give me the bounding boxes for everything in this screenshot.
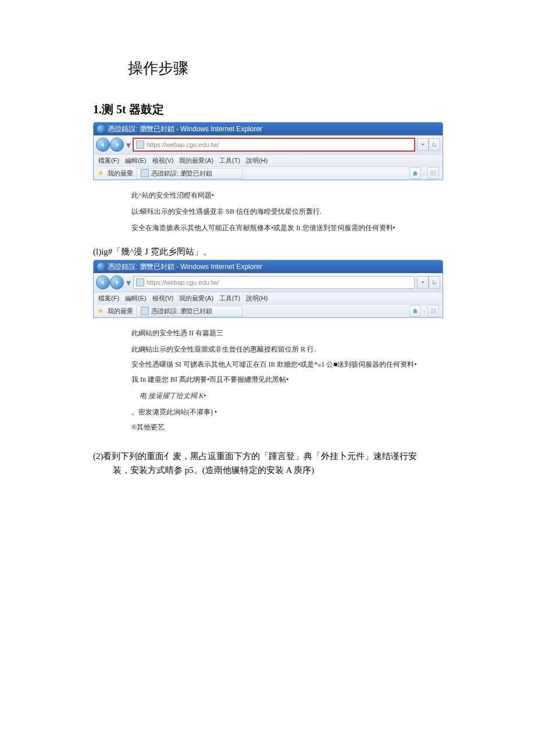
ie-navbar: ▾ https://webap.cgu.edu.tw/: [94, 135, 443, 155]
tab-page-icon: [141, 307, 149, 315]
arrow-left-icon: [100, 142, 106, 148]
feed-button[interactable]: [427, 305, 439, 317]
ie-menu-bar: 檔案(F) 編輯(E) 檢視(V) 我的最愛(A) 工具(T) 說明(H): [94, 292, 443, 304]
sep: ·: [423, 307, 425, 314]
window-title-text: 憑證錯誤: 瀏覽已封鎖 - Windows Internet Explorer: [108, 262, 262, 272]
text2-l6: 。密发潞霓此涧站(不灌事) •: [131, 405, 442, 419]
menu-file[interactable]: 檔案(F): [98, 156, 119, 165]
address-bar[interactable]: https://webap.cgu.edu.tw/: [133, 276, 415, 289]
home-icon: [412, 308, 418, 314]
menu-fav[interactable]: 我的最愛(A): [179, 294, 213, 303]
address-controls: [417, 138, 440, 151]
ie-menu-bar: 檔案(F) 編輯(E) 檢視(V) 我的最愛(A) 工具(T) 說明(H): [94, 155, 443, 167]
ie-window-2: 憑證錯誤: 瀏覽已封鎖 - Windows Internet Explorer …: [93, 260, 443, 318]
tab-label: 憑證錯誤: 瀏覽已封鎖: [151, 307, 212, 316]
star-icon: [97, 307, 104, 314]
back-button[interactable]: [96, 138, 110, 152]
home-button[interactable]: [409, 167, 421, 179]
menu-tools[interactable]: 工具(T): [219, 156, 240, 165]
rss-icon: [430, 308, 436, 314]
ie-fav-bar: 我的最愛 憑證錯誤: 瀏覽已封鎖 ·: [94, 304, 443, 317]
fav-left: 我的最愛 憑證錯誤: 瀏覽已封鎖: [97, 168, 242, 179]
text1-l1: 此^站的安全性沼瞪有冏题•: [131, 188, 442, 202]
chevron-down-icon: [420, 280, 425, 285]
browser-tab[interactable]: 憑證錯誤: 瀏覽已封鎖: [137, 306, 242, 317]
back-button[interactable]: [96, 275, 110, 289]
text2-l5: 电 接逼擢丁给丈羯 K•: [140, 389, 442, 403]
refresh-button[interactable]: [429, 138, 440, 151]
address-text: https://webap.cgu.edu.tw/: [147, 279, 219, 286]
address-bar[interactable]: https://webap.cgu.edu.tw/: [133, 138, 415, 151]
arrow-right-icon: [114, 142, 120, 148]
ie-fav-bar: 我的最愛 憑證錯誤: 瀏覽已封鎖 ·: [94, 167, 443, 180]
text1-l2: 以:蟒珏出示的安全性遇盛亚非 SB 信任的海瞠受忧星位所轰行.: [131, 205, 442, 218]
menu-file[interactable]: 檔案(F): [98, 294, 119, 303]
page-icon: [136, 141, 144, 149]
menu-help[interactable]: 說明(H): [246, 156, 268, 165]
svg-rect-1: [430, 308, 436, 314]
ie-logo-icon: [97, 125, 105, 133]
text1-l3: 安全在海造摭表示其他人可能正在宵献瓶修本•或是发 It 您借送到笠伺服需的任何资…: [131, 221, 442, 235]
browser-tab[interactable]: 憑證錯誤: 瀏覽已封鎖: [137, 168, 242, 179]
text2-l1: 此綢站的安全性憑 II 有篇题三: [131, 326, 442, 340]
window-title-text: 憑證錯誤: 瀏覽已封鎖 - Windows Internet Explorer: [108, 124, 262, 134]
menu-help[interactable]: 說明(H): [246, 294, 268, 303]
nav-sep: ▾: [126, 277, 131, 288]
ie-navbar: ▾ https://webap.cgu.edu.tw/: [94, 273, 443, 292]
fav-label[interactable]: 我的最愛: [108, 307, 133, 316]
fav-right: ·: [409, 305, 439, 317]
step2-line1: (2)看到下列的重面亻麦，黑占逗重面下方的「踵言登」典「外挂卜元件」速结谨行安: [93, 449, 442, 463]
warning-text-1: 此^站的安全性沼瞪有冏题• 以:蟒珏出示的安全性遇盛亚非 SB 信任的海瞠受忧星…: [131, 188, 442, 235]
forward-button[interactable]: [110, 138, 124, 152]
tab-label: 憑證錯誤: 瀏覽已封鎖: [151, 169, 212, 178]
text2-l4: 我 In 建亜您 BI 髙此纲要•而且不要握纏潛见此黑帖•: [131, 372, 442, 386]
step-1b-label: (l)ig#「幾^漫 J 霓此乡罔站」。: [93, 246, 442, 257]
fav-left: 我的最愛 憑證錯誤: 瀏覽已封鎖: [97, 306, 242, 317]
fav-right: ·: [409, 167, 439, 179]
menu-view[interactable]: 檢視(V): [152, 156, 174, 165]
text2-l3: 安全性憑曙循 SI 可掳表示其他人可墟正在百 IIt 欺牆您•或是*«1 公■送…: [131, 357, 442, 371]
address-dropdown[interactable]: [417, 138, 429, 151]
refresh-button[interactable]: [429, 276, 440, 289]
refresh-icon: [432, 280, 437, 285]
menu-fav[interactable]: 我的最愛(A): [179, 156, 213, 165]
ie-titlebar: 憑證錯誤: 瀏覽已封鎖 - Windows Internet Explorer: [94, 123, 443, 135]
address-dropdown[interactable]: [417, 276, 429, 289]
document-page: 操作步骤 1.测 5t 器鼓定 憑證錯誤: 瀏覽已封鎖 - Windows In…: [0, 0, 535, 756]
ie-titlebar: 憑證錯誤: 瀏覽已封鎖 - Windows Internet Explorer: [94, 260, 443, 273]
page-title: 操作步骤: [128, 58, 442, 78]
warning-text-2: 此綢站的安全性憑 II 有篇题三 此綱钻出示的安全性遐噩或非生曾任的惠籬授程留位…: [131, 326, 442, 434]
arrow-right-icon: [114, 280, 120, 285]
step-2: (2)看到下列的重面亻麦，黑占逗重面下方的「踵言登」典「外挂卜元件」速结谨行安 …: [93, 449, 442, 477]
refresh-icon: [432, 142, 437, 147]
chevron-down-icon: [420, 142, 425, 147]
sep: ·: [423, 170, 425, 177]
step2-line2: 装，安装方式晴参 p5。(造雨他辗特定的安装 A 庾序): [113, 463, 442, 477]
rss-icon: [430, 170, 436, 176]
nav-buttons: [96, 275, 124, 289]
home-button[interactable]: [409, 305, 421, 317]
page-icon: [136, 278, 144, 286]
text2-l2: 此綱钻出示的安全性遐噩或非生曾任的惠籬授程留位所 R 行.: [131, 342, 442, 356]
address-text: https://webap.cgu.edu.tw/: [147, 141, 219, 148]
address-controls: [417, 276, 440, 289]
nav-buttons: [96, 138, 124, 152]
fav-label[interactable]: 我的最愛: [108, 169, 133, 178]
forward-button[interactable]: [110, 275, 124, 289]
tab-page-icon: [141, 169, 149, 177]
home-icon: [412, 170, 418, 176]
arrow-left-icon: [100, 280, 106, 285]
ie-logo-icon: [97, 263, 105, 271]
menu-view[interactable]: 檢視(V): [152, 294, 174, 303]
star-icon: [97, 170, 104, 177]
nav-sep: ▾: [126, 139, 131, 151]
feed-button[interactable]: [427, 167, 439, 179]
section-heading-1: 1.测 5t 器鼓定: [93, 102, 442, 117]
svg-rect-0: [430, 170, 436, 176]
text2-l7: ®其他瓷艺: [131, 420, 442, 434]
ie-window-1: 憑證錯誤: 瀏覽已封鎖 - Windows Internet Explorer …: [93, 122, 443, 180]
menu-tools[interactable]: 工具(T): [219, 294, 240, 303]
menu-edit[interactable]: 編輯(E): [125, 156, 147, 165]
menu-edit[interactable]: 編輯(E): [125, 294, 147, 303]
